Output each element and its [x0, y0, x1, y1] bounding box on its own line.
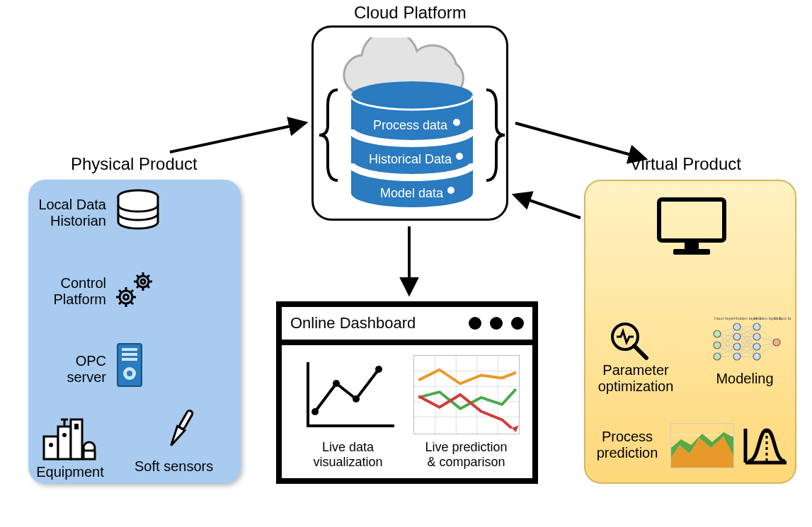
multiline-chart-icon	[413, 355, 520, 434]
svg-point-113	[773, 339, 780, 346]
svg-line-28	[119, 290, 121, 292]
dashboard-live-data: Live datavisualization	[295, 355, 401, 469]
svg-line-18	[137, 275, 139, 277]
control-platform-label: ControlPlatform	[33, 275, 106, 308]
parameter-optimization-label: Parameteroptimization	[590, 362, 682, 395]
opc-server-label: OPCserver	[33, 353, 106, 386]
svg-point-107	[733, 343, 740, 350]
process-prediction-label: Processprediction	[588, 429, 666, 461]
dashboard-titlebar: Online Dashboard	[282, 307, 532, 345]
virtual-title: Virtual Product	[630, 154, 741, 174]
virtual-product-panel: Parameteroptimization Input layer Hidden…	[584, 180, 796, 484]
cloud-platform-box: Process data Historical Data Model data	[311, 25, 508, 221]
svg-point-23	[124, 295, 129, 300]
dashboard-title: Online Dashboard	[290, 314, 416, 332]
svg-point-111	[753, 343, 760, 350]
modeling-label: Modeling	[706, 371, 784, 387]
svg-rect-42	[84, 451, 95, 459]
svg-point-46	[62, 433, 67, 437]
svg-line-2	[515, 195, 581, 218]
dashboard-window-dots	[469, 317, 524, 330]
online-dashboard-box: Online Dashboard Live datavisualization	[276, 301, 538, 484]
soft-sensors-label: Soft sensors	[135, 458, 234, 475]
svg-rect-48	[178, 410, 193, 429]
svg-point-45	[49, 443, 53, 447]
svg-line-1	[515, 123, 644, 158]
svg-point-112	[753, 353, 760, 360]
local-data-historian-label: Local DataHistorian	[33, 197, 106, 229]
server-tower-icon	[116, 342, 143, 388]
area-chart-icon	[670, 423, 734, 468]
svg-point-109	[753, 323, 760, 330]
nn-label-output: Output layer	[774, 316, 791, 320]
svg-rect-47	[74, 424, 79, 429]
line-chart-icon	[295, 355, 401, 434]
svg-point-54	[333, 380, 340, 387]
svg-line-21	[147, 275, 149, 277]
monitor-icon	[655, 195, 728, 259]
svg-point-22	[120, 291, 132, 303]
database-stack-icon	[113, 188, 163, 233]
svg-line-31	[131, 290, 133, 292]
svg-point-37	[127, 371, 132, 376]
gears-icon	[112, 270, 161, 311]
cloud-title: Cloud Platform	[354, 3, 467, 23]
svg-line-69	[634, 346, 646, 358]
nn-label-input: Input layer	[714, 316, 734, 320]
svg-rect-67	[673, 249, 710, 255]
svg-rect-38	[44, 436, 58, 459]
svg-line-30	[119, 302, 121, 304]
svg-point-105	[733, 323, 740, 330]
svg-point-52	[447, 187, 454, 194]
svg-point-110	[753, 333, 760, 340]
svg-rect-33	[122, 348, 137, 351]
svg-point-106	[733, 333, 740, 340]
soft-sensor-icon	[160, 406, 202, 456]
svg-point-104	[714, 353, 721, 360]
neural-net-icon: Input layer Hidden layer 1 Hidden layer …	[706, 314, 791, 371]
svg-point-53	[311, 408, 319, 415]
svg-line-20	[137, 286, 139, 288]
svg-line-19	[147, 286, 149, 288]
svg-rect-65	[659, 199, 724, 241]
svg-rect-66	[685, 241, 699, 249]
equipment-label: Equipment	[31, 464, 109, 480]
svg-rect-39	[58, 427, 71, 459]
physical-product-panel: Local DataHistorian ControlPlatform	[28, 180, 241, 484]
svg-point-13	[141, 279, 145, 284]
svg-point-50	[453, 119, 460, 126]
dashboard-live-data-caption: Live datavisualization	[313, 440, 382, 469]
dashboard-live-prediction: Live prediction& comparison	[413, 355, 520, 469]
bell-curve-icon	[741, 423, 791, 468]
svg-rect-35	[122, 358, 137, 361]
svg-point-55	[353, 395, 360, 403]
svg-line-29	[131, 302, 133, 304]
dashboard-live-prediction-caption: Live prediction& comparison	[425, 440, 507, 469]
svg-rect-34	[122, 353, 137, 356]
svg-point-51	[456, 153, 463, 160]
svg-line-0	[170, 123, 304, 152]
svg-point-12	[137, 276, 149, 287]
svg-point-103	[714, 342, 721, 349]
cloud-db-dots	[345, 80, 479, 212]
svg-point-108	[733, 353, 740, 360]
svg-point-102	[714, 330, 721, 337]
svg-point-56	[375, 366, 382, 373]
equipment-icon	[41, 417, 96, 462]
magnifier-pulse-icon	[608, 320, 651, 362]
physical-title: Physical Product	[71, 154, 198, 174]
